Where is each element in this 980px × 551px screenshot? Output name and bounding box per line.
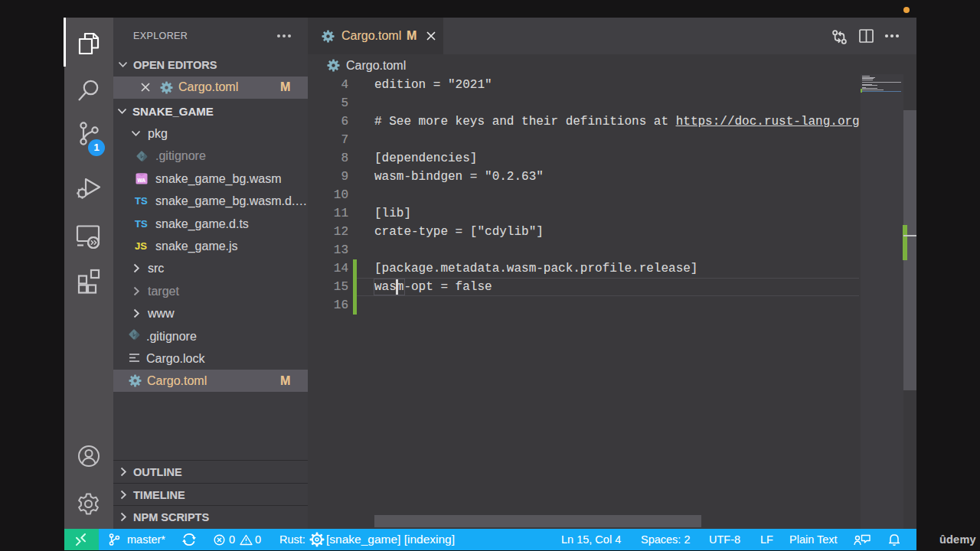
svg-text:WA: WA: [137, 178, 145, 183]
